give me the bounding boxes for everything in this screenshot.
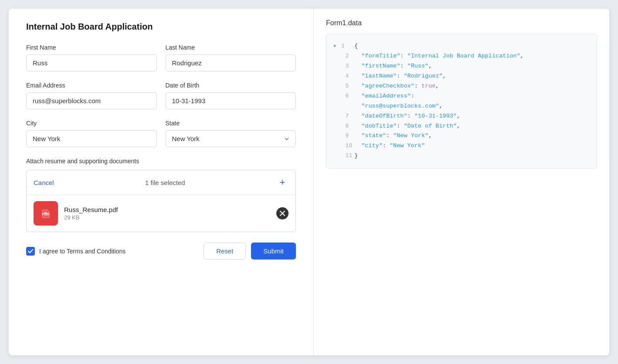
panel-title: Form1.data xyxy=(326,19,597,27)
last-name-input[interactable] xyxy=(166,54,296,71)
pdf-icon: PDF xyxy=(40,206,52,220)
line-content-2: "formTitle": "Internal Job Board Applica… xyxy=(354,51,524,61)
code-line-4: 4 "lastName": "Rodriguez", xyxy=(326,71,597,81)
right-panel: Form1.data ▼ 1 { 2 "formTitle": "Interna… xyxy=(314,9,609,355)
collapse-arrow[interactable]: ▼ xyxy=(333,43,336,50)
code-line-7: 7 "dateOfBirth": "10-31-1993", xyxy=(326,111,597,121)
file-item: PDF Russ_Resume.pdf 29 KB xyxy=(27,195,295,232)
line-content-7: "dateOfBirth": "10-31-1993", xyxy=(354,111,460,121)
agree-checkbox[interactable] xyxy=(26,247,35,256)
code-line-5: 5 "agreeCheckbox": true, xyxy=(326,81,597,91)
file-size: 29 KB xyxy=(64,214,270,221)
code-line-6b: "russ@superblocks.com", xyxy=(326,101,597,111)
form-title: Internal Job Board Application xyxy=(26,22,296,32)
line-content-3: "firstName": "Russ", xyxy=(354,61,432,71)
line-content-10: "city": "New York" xyxy=(354,141,425,151)
email-field-container: Email Address xyxy=(26,82,157,109)
first-name-field: First Name xyxy=(26,44,157,71)
cancel-button[interactable]: Cancel xyxy=(34,179,54,186)
main-container: Internal Job Board Application First Nam… xyxy=(9,9,609,355)
first-name-label: First Name xyxy=(26,44,157,51)
first-name-input[interactable] xyxy=(26,54,157,71)
code-line-2: 2 "formTitle": "Internal Job Board Appli… xyxy=(326,51,597,61)
file-info: Russ_Resume.pdf 29 KB xyxy=(64,206,270,221)
code-block: ▼ 1 { 2 "formTitle": "Internal Job Board… xyxy=(326,34,597,169)
last-name-field: Last Name xyxy=(166,44,296,71)
dob-label: Date of Birth xyxy=(166,82,296,89)
form-footer: I agree to Terms and Conditions Reset Su… xyxy=(26,243,296,260)
line-content-9: "state": "New York", xyxy=(354,131,432,141)
city-field-container: City xyxy=(26,120,157,147)
file-upload-header: Cancel 1 file selected + xyxy=(27,170,295,195)
add-file-button[interactable]: + xyxy=(276,176,289,189)
code-line-6a: 6 "emailAddress": xyxy=(326,91,597,101)
attach-section: Attach resume and supporting documents C… xyxy=(26,158,296,232)
code-line-11: 11 } xyxy=(326,151,597,161)
file-upload-box: Cancel 1 file selected + PDF xyxy=(26,170,296,232)
code-line-3: 3 "firstName": "Russ", xyxy=(326,61,597,71)
left-panel: Internal Job Board Application First Nam… xyxy=(9,9,314,355)
code-line-10: 10 "city": "New York" xyxy=(326,141,597,151)
last-name-label: Last Name xyxy=(166,44,296,51)
state-select[interactable]: New York California Texas Florida xyxy=(166,130,296,147)
action-buttons: Reset Submit xyxy=(204,243,296,260)
line-content-11: } xyxy=(354,151,358,161)
code-line-9: 9 "state": "New York", xyxy=(326,131,597,141)
line-content-4: "lastName": "Rodriguez", xyxy=(354,71,446,81)
close-icon xyxy=(279,210,285,216)
code-line-8: 8 "dobTitle": "Date of Birth", xyxy=(326,121,597,131)
file-remove-button[interactable] xyxy=(276,207,289,219)
file-name: Russ_Resume.pdf xyxy=(64,206,270,213)
city-input[interactable] xyxy=(26,130,157,147)
city-state-row: City State New York California Texas Flo… xyxy=(26,120,296,147)
email-label: Email Address xyxy=(26,82,157,89)
reset-button[interactable]: Reset xyxy=(204,243,246,260)
line-content-8: "dobTitle": "Date of Birth", xyxy=(354,121,460,131)
line-content-5: "agreeCheckbox": true, xyxy=(354,81,439,91)
file-count: 1 file selected xyxy=(145,179,185,186)
line-content-6b: "russ@superblocks.com", xyxy=(354,101,443,111)
file-icon-wrapper: PDF xyxy=(34,201,58,226)
state-field-container: State New York California Texas Florida xyxy=(166,120,296,147)
line-content-1: { xyxy=(354,41,358,51)
checkmark-icon xyxy=(28,249,33,253)
line-content-6a: "emailAddress": xyxy=(354,91,414,101)
dob-field-container: Date of Birth xyxy=(166,82,296,109)
city-label: City xyxy=(26,120,157,127)
email-dob-row: Email Address Date of Birth xyxy=(26,82,296,109)
agree-wrapper: I agree to Terms and Conditions xyxy=(26,247,126,256)
state-label: State xyxy=(166,120,296,127)
name-row: First Name Last Name xyxy=(26,44,296,71)
dob-input[interactable] xyxy=(166,92,296,109)
submit-button[interactable]: Submit xyxy=(251,243,296,260)
email-input[interactable] xyxy=(26,92,157,109)
attach-label: Attach resume and supporting documents xyxy=(26,158,296,165)
agree-text: I agree to Terms and Conditions xyxy=(39,248,126,255)
code-line-1: ▼ 1 { xyxy=(326,41,597,51)
